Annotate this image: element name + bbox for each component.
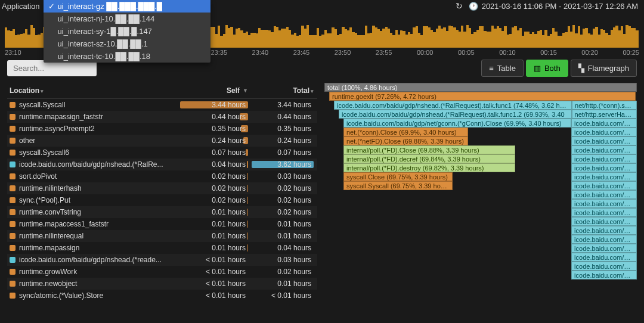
table-view-button[interactable]: ≡Table [481,60,524,77]
flame-frame[interactable]: net.(*netFD).Close (69.88%, 3.39 hours) [343,136,468,145]
self-value: 0.01 hours [212,232,246,240]
clock-icon: 🕐 [469,2,478,11]
table-row[interactable]: runtime.mapassign0.01 hours0.04 hours [7,242,317,254]
dropdown-item[interactable]: ✓ui_interact-gz ██.███.███.█ [44,0,210,13]
total-value: 0.02 hours [277,196,311,204]
table-row[interactable]: runtime.nilinterequal0.01 hours0.01 hour… [7,230,317,242]
total-value: 0.01 hours [277,232,311,240]
flame-frame[interactable]: icode.baidu.com/baid [571,226,637,235]
header-location[interactable]: Location▾ [10,86,177,95]
flame-frame[interactable]: icode.baidu.com/baid [571,119,637,128]
flame-frame[interactable]: icode.baidu.com/baid [571,154,637,163]
flame-frame[interactable]: syscall.Close (69.75%, 3.39 hours) [343,172,453,181]
flamegraph[interactable]: total (100%, 4.86 hours)runtime.goexit (… [324,83,637,302]
table-row[interactable]: runtime.asyncPreempt20.35 hours0.35 hour… [7,123,317,135]
table-row[interactable]: runtime.growWork< 0.01 hours0.02 hours [7,266,317,278]
flame-frame[interactable]: icode.baidu.com/baid [571,262,637,271]
self-value: 0.24 hours [212,136,246,145]
table-row[interactable]: runtime.mapassign_faststr0.44 hours0.44 … [7,111,317,123]
time-range-text: 2021-03-16 11:06 PM - 2021-03-17 12:26 A… [482,2,638,11]
table-row[interactable]: syscall.Syscall3.44 hours3.44 hours [7,99,317,111]
flame-frame[interactable]: net.(*conn).Close (69.9%, 3.40 hours) [343,128,468,136]
header-total[interactable]: Total▾ [248,86,314,95]
flame-frame[interactable]: icode.baidu.com/baid [571,199,637,208]
table-row[interactable]: other0.24 hours0.24 hours [7,135,317,147]
dropdown-item[interactable]: ui_interact-tc-10.██.██.18 [44,50,210,63]
flame-frame[interactable]: net/http.(*conn).serve [572,101,637,110]
flame-frame[interactable]: icode.baidu.com/baid [571,208,637,217]
timeline-tick: 23:55 [376,49,392,56]
flame-frame[interactable]: icode.baidu.com/baid [571,163,637,172]
color-swatch [10,197,16,203]
header-self[interactable]: Self▼ [177,86,248,95]
self-value: < 0.01 hours [206,256,246,264]
time-range-picker[interactable]: 🕐 2021-03-16 11:06 PM - 2021-03-17 12:26… [469,2,638,11]
list-icon: ≡ [489,64,494,73]
sort-caret-icon: ▼ [243,88,248,94]
table-row[interactable]: runtime.mapaccess1_faststr0.01 hours0.01… [7,218,317,230]
location-text: icode.baidu.com/baidu/gdp/nshead.(*reade… [19,256,162,264]
table-row[interactable]: sort.doPivot0.02 hours0.03 hours [7,170,317,182]
flame-frame[interactable]: syscall.Syscall (69.75%, 3.39 hours) [343,181,453,190]
timeline-tick: 00:05 [458,49,475,56]
color-swatch [10,138,16,144]
location-text: runtime.nilinterequal [19,232,83,240]
flame-frame[interactable]: icode.baidu.com/baid [571,181,637,190]
flame-frame[interactable]: icode.baidu.com/baidu/gdp/net/gconn.(*gC… [343,119,571,128]
flame-frame[interactable]: internal/poll.(*FD).Close (69.88%, 3.39 … [343,145,515,154]
timeline-tick: 00:20 [581,49,598,56]
timeline-tick: 00:25 [623,49,639,56]
self-value: < 0.01 hours [206,268,246,276]
both-view-button[interactable]: ▥Both [526,60,568,77]
refresh-icon[interactable]: ↻ [456,1,463,11]
table-row[interactable]: sync.(*Pool).Put0.02 hours0.02 hours [7,194,317,206]
timeline-tick: 00:10 [499,49,516,56]
color-swatch [10,126,16,132]
color-swatch [10,245,16,251]
table-row[interactable]: sync/atomic.(*Value).Store< 0.01 hours< … [7,290,317,302]
flame-frame[interactable]: icode.baidu.com/baid [571,145,637,154]
dropdown-item[interactable]: ui_interact-nj-10.██.██.144 [44,13,210,25]
flame-frame[interactable]: icode.baidu.com/baid [571,253,637,262]
total-value: 0.44 hours [277,113,311,121]
flame-frame[interactable]: icode.baidu.com/baid [571,271,637,279]
application-dropdown[interactable]: ✓ui_interact-gz ██.███.███.█ui_interact-… [44,0,210,63]
location-text: syscall.Syscall6 [19,148,69,157]
location-text: sync/atomic.(*Value).Store [19,291,103,300]
color-swatch [10,221,16,227]
location-text: icode.baidu.com/baidu/gdp/nshead.(*RalRe… [19,160,163,169]
flame-frame[interactable]: icode.baidu.com/baid [571,190,637,199]
table-row[interactable]: icode.baidu.com/baidu/gdp/nshead.(*RalRe… [7,159,317,170]
table-row[interactable]: syscall.Syscall60.07 hours0.07 hours [7,147,317,159]
flame-frame[interactable]: runtime.goexit (97.26%, 4.72 hours) [329,92,636,101]
table-row[interactable]: runtime.nilinterhash0.02 hours0.02 hours [7,182,317,194]
flamegraph-view-button[interactable]: ▚Flamegraph [571,60,637,77]
table-row[interactable]: runtime.convTstring0.01 hours0.02 hours [7,206,317,218]
search-input[interactable] [7,60,97,76]
dropdown-item[interactable]: ui_interact-sz-10.██.██.1 [44,38,210,50]
table-row[interactable]: runtime.newobject< 0.01 hours0.01 hours [7,278,317,290]
flame-frame[interactable]: icode.baidu.com/baid [571,128,637,136]
flame-frame[interactable]: icode.baidu.com/baid [571,235,637,244]
flame-frame[interactable]: internal/poll.(*FD).destroy (69.82%, 3.3… [343,163,515,172]
total-value: < 0.01 hours [271,291,311,300]
flame-frame[interactable]: icode.baidu.com/baid [571,172,637,181]
location-text: runtime.asyncPreempt2 [19,125,95,133]
self-value: < 0.01 hours [206,279,246,288]
dropdown-item[interactable]: ui_interact-sy-1█.██.█.147 [44,25,210,38]
flame-frame[interactable]: icode.baidu.com/baid [571,217,637,226]
flame-frame[interactable]: net/http.serverHandle [572,110,637,119]
flame-frame[interactable]: total (100%, 4.86 hours) [324,83,637,92]
total-value: 0.03 hours [277,256,311,264]
application-label[interactable]: Application [0,0,44,13]
total-value: 0.35 hours [277,125,311,133]
color-swatch [10,185,16,191]
timeline-tick: 23:40 [252,49,269,56]
flame-frame[interactable]: internal/poll.(*FD).decref (69.84%, 3.39… [343,154,515,163]
color-swatch [10,281,16,287]
table-row[interactable]: icode.baidu.com/baidu/gdp/nshead.(*reade… [7,254,317,266]
flame-frame[interactable]: icode.baidu.com/baid [571,244,637,253]
flame-frame[interactable]: icode.baidu.com/baid [571,136,637,145]
flame-frame[interactable]: icode.baidu.com/baidu/gdp/nshead.(*RalRe… [339,110,572,119]
flame-frame[interactable]: icode.baidu.com/baidu/gdp/nshead.(*RalRe… [334,101,572,110]
